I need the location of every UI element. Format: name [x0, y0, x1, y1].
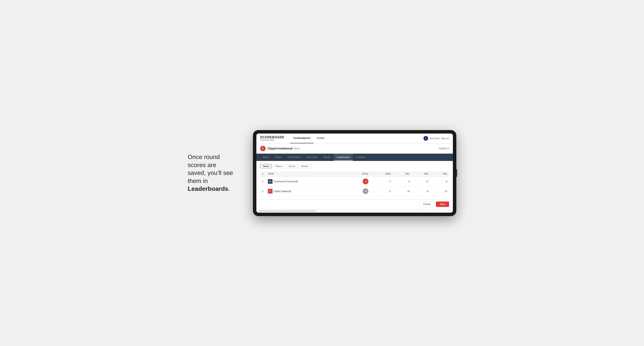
- content-area: Teams Players Scores Strokes: [256, 161, 453, 199]
- header-cancel-button[interactable]: Cancel ✕: [439, 147, 449, 150]
- desc-line3: saved, you’ll see: [188, 169, 233, 176]
- logo-area: SCOREBOARD Powered by clippd: [260, 136, 284, 141]
- col-rd3: RD3: [430, 171, 449, 177]
- sub-tabs-bar: Details Teams Course Setup Tee Groups Re…: [256, 154, 453, 161]
- cell-rank: 2: [260, 186, 266, 196]
- cell-thru: F: [370, 176, 393, 186]
- tablet-side-button: [456, 169, 457, 177]
- desc-period: .: [228, 185, 230, 192]
- cell-rd1: +8: [393, 186, 412, 196]
- filter-teams[interactable]: Teams: [260, 164, 272, 168]
- tournament-header: C Clippd Invitational (Men) Cancel ✕: [256, 144, 453, 154]
- top-navigation: SCOREBOARD Powered by clippd Tournaments…: [256, 134, 453, 144]
- tab-details[interactable]: Details: [260, 154, 272, 161]
- cell-team: CClippd College [A]: [266, 186, 346, 196]
- logo-subtitle: Powered by clippd: [260, 139, 284, 141]
- tab-teams[interactable]: Teams: [272, 154, 284, 161]
- col-rank: #: [260, 171, 266, 177]
- sign-out-link[interactable]: Sign out: [441, 137, 449, 140]
- cell-rd3: -6: [430, 176, 449, 186]
- close-icon: ✕: [447, 147, 449, 150]
- col-total: Total: [346, 171, 370, 177]
- tablet-device: SCOREBOARD Powered by clippd Tournaments…: [253, 130, 456, 216]
- user-name: Test User |: [430, 137, 440, 140]
- tab-course-setup[interactable]: Course Setup: [284, 154, 304, 161]
- cancel-button[interactable]: Cancel: [420, 201, 434, 207]
- cell-thru: F: [370, 186, 393, 196]
- tablet-screen: SCOREBOARD Powered by clippd Tournaments…: [256, 134, 453, 213]
- col-thru: Thru: [370, 171, 393, 177]
- col-team: Team: [266, 171, 346, 177]
- cell-team: SUScoreboard University [A]: [266, 176, 346, 186]
- col-rd1: RD1: [393, 171, 412, 177]
- cell-total: -5: [346, 176, 370, 186]
- tab-results[interactable]: Results: [320, 154, 334, 161]
- cell-total: +3: [346, 186, 370, 196]
- nav-link-tournaments[interactable]: Tournaments: [290, 134, 314, 144]
- save-button[interactable]: Save: [436, 201, 449, 207]
- table-row: 2CClippd College [A]+3F+8-8+3: [260, 186, 449, 196]
- tab-tee-groups[interactable]: Tee Groups: [304, 154, 320, 161]
- nav-right: S Test User | Sign out: [424, 136, 449, 141]
- desc-line1: Once round: [188, 154, 220, 160]
- tournament-gender: (Men): [294, 147, 300, 150]
- tab-printables[interactable]: Printables: [353, 154, 368, 161]
- score-badge: -5: [363, 178, 368, 184]
- bottom-bar: Cancel Save: [256, 199, 453, 209]
- cell-rd1: -4: [393, 176, 412, 186]
- tab-leaderboards[interactable]: Leaderboards: [334, 154, 353, 161]
- leaderboard-table: # Team Total Thru RD1 RD2 RD3 1SUScorebo…: [260, 171, 449, 196]
- cell-rd2: -8: [412, 186, 430, 196]
- table-row: 1SUScoreboard University [A]-5F-4+5-6: [260, 176, 449, 186]
- nav-links: Tournaments Teams: [290, 134, 424, 144]
- cell-rd2: +5: [412, 176, 430, 186]
- filter-players[interactable]: Players: [273, 164, 285, 168]
- filter-strokes[interactable]: Strokes: [299, 164, 311, 168]
- score-badge: +3: [363, 188, 368, 194]
- url-bar: https://stage-blue-coach.stagescoreboard…: [256, 209, 453, 213]
- tournament-icon: C: [260, 146, 266, 151]
- desc-line4: them in: [188, 177, 208, 184]
- left-description: Once round scores are saved, you’ll see …: [188, 153, 242, 193]
- filter-row: Teams Players Scores Strokes: [260, 164, 449, 168]
- team-name: Clippd College [A]: [274, 190, 291, 192]
- team-logo: C: [268, 189, 272, 193]
- user-avatar: S: [424, 136, 428, 141]
- filter-scores[interactable]: Scores: [286, 164, 298, 168]
- app-logo: SCOREBOARD: [260, 136, 284, 139]
- desc-line2: scores are: [188, 162, 216, 169]
- team-logo: SU: [268, 179, 272, 184]
- cell-rank: 1: [260, 176, 266, 186]
- team-name: Scoreboard University [A]: [274, 180, 298, 182]
- tournament-name: Clippd Invitational: [268, 147, 292, 150]
- col-rd2: RD2: [412, 171, 430, 177]
- desc-highlight: Leaderboards: [188, 185, 228, 192]
- cell-rd3: +3: [430, 186, 449, 196]
- nav-link-teams[interactable]: Teams: [314, 134, 328, 144]
